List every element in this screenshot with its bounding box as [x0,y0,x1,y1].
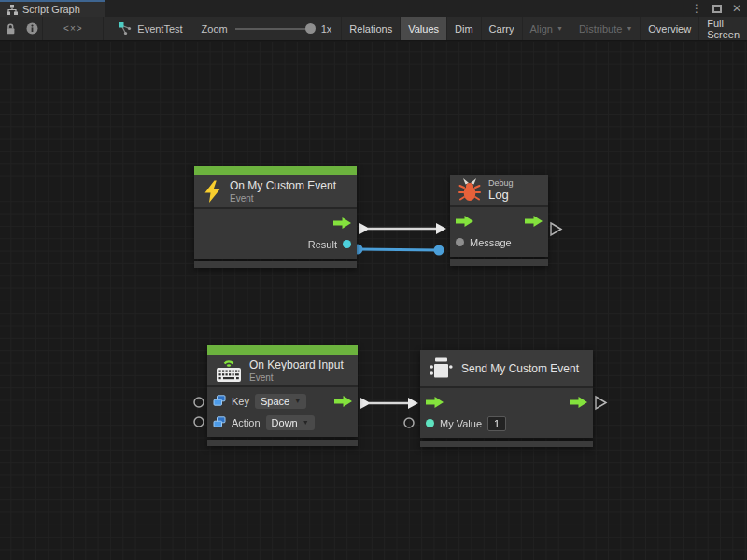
zoom-label: Zoom [202,23,228,35]
node-on-keyboard-input[interactable]: On Keyboard Input Event Key Space ▼ [207,345,358,446]
inspector-info-button[interactable] [21,17,43,40]
send-event-flow-output-port[interactable] [594,395,609,412]
enum-windows-icon [213,395,226,407]
graph-node-icon [119,22,132,35]
node-title: Send My Custom Event [461,362,579,375]
action-input-row: Action Down ▼ [207,412,358,433]
relations-button[interactable]: Relations [341,17,400,40]
chevron-down-icon: ▼ [557,25,563,32]
my-value-port-label: My Value [440,418,482,429]
message-input-row: Message [450,231,548,253]
info-icon [26,22,38,35]
message-input-port[interactable] [456,238,464,246]
overview-button[interactable]: Overview [640,17,698,40]
key-input-row: Key Space ▼ [207,390,358,412]
graph-selector[interactable]: EventTest [109,17,191,40]
values-button[interactable]: Values [400,17,446,40]
enum-windows-icon [213,416,226,428]
flow-row [450,210,548,231]
send-event-value-input-port[interactable] [402,416,416,429]
key-dropdown[interactable]: Space ▼ [255,394,306,409]
window-titlebar: Script Graph ⋮ ✕ [0,0,747,17]
my-value-input-port[interactable] [426,419,434,427]
node-footer [420,441,593,447]
node-category: Debug [488,178,514,188]
window-menu-kebab-icon[interactable]: ⋮ [691,0,702,17]
node-on-my-custom-event[interactable]: On My Custom Event Event Result [194,166,357,268]
node-title: On My Custom Event [230,179,336,192]
node-header: Debug Log [450,175,548,207]
key-port-label: Key [232,396,249,407]
action-port-label: Action [232,417,261,428]
node-title: Log [488,188,514,202]
node-footer [194,261,357,268]
result-port-label: Result [308,239,337,250]
flow-row [420,391,593,413]
toolbar-button-group: Relations Values Dim Carry Align ▼ Distr… [341,17,747,40]
full-screen-button[interactable]: Full Screen [698,17,747,40]
debug-log-flow-output-port[interactable] [549,221,564,238]
result-output-row: Result [194,233,357,255]
node-body: My Value 1 [420,388,593,438]
graph-toolbar: <×> EventTest Zoom 1x Relations Values [0,17,747,41]
unity-script-graph-window: Script Graph ⋮ ✕ <×> [0,0,747,560]
result-output-port[interactable] [343,240,351,248]
node-debug-log[interactable]: Debug Log Message [450,175,548,266]
node-body: Result [194,209,357,259]
graph-name-label: EventTest [137,23,182,35]
zoom-slider-thumb[interactable] [305,23,316,34]
carry-button[interactable]: Carry [481,17,522,40]
flow-output-arrow-icon[interactable] [525,216,543,227]
graph-hierarchy-icon [7,5,18,15]
code-icon: <×> [63,23,83,34]
tab-script-graph[interactable]: Script Graph [0,0,105,17]
zoom-value: 1x [321,23,332,35]
node-header: On Keyboard Input Event [207,355,358,387]
graph-canvas[interactable] [0,42,747,560]
window-close-icon[interactable]: ✕ [732,0,741,17]
tab-label: Script Graph [22,4,80,15]
flow-output-arrow-icon[interactable] [570,397,587,408]
code-view-button[interactable]: <×> [43,17,104,40]
bug-icon [458,178,481,202]
lock-button[interactable] [0,17,21,40]
node-footer [450,259,548,266]
unit-node-icon [429,356,454,381]
window-maximize-icon[interactable] [712,5,722,13]
flow-output-arrow-icon[interactable] [334,396,352,407]
distribute-dropdown-button[interactable]: Distribute ▼ [571,17,640,40]
flow-input-arrow-icon[interactable] [456,216,473,227]
my-value-field[interactable]: 1 [487,416,506,431]
zoom-slider[interactable] [235,28,314,30]
chevron-down-icon: ▼ [303,419,309,426]
node-subtitle: Event [249,372,344,383]
chevron-down-icon: ▼ [294,398,301,404]
zoom-control: Zoom 1x [192,17,342,40]
lightning-bolt-icon [203,180,222,203]
keyboard-action-input-port[interactable] [192,415,205,428]
flow-input-arrow-icon[interactable] [426,397,444,408]
chevron-down-icon: ▼ [626,25,632,32]
my-value-input-row: My Value 1 [420,413,593,434]
flow-output-arrow-icon[interactable] [333,217,351,229]
flow-output-row [194,212,357,233]
message-port-label: Message [470,237,512,248]
event-accent-bar [207,345,358,355]
node-send-my-custom-event[interactable]: Send My Custom Event My Value 1 [420,350,593,447]
node-header: Send My Custom Event [420,350,593,388]
window-controls: ⋮ ✕ [691,0,741,17]
node-title: On Keyboard Input [249,358,344,371]
node-subtitle: Event [230,193,336,203]
node-body: Message [450,207,548,257]
keyboard-key-input-port[interactable] [192,396,205,409]
lock-icon [5,22,16,35]
node-footer [207,440,358,446]
node-header: On My Custom Event Event [194,175,357,209]
keyboard-icon [216,357,242,383]
node-body: Key Space ▼ Action Down ▼ [207,387,358,437]
align-dropdown-button[interactable]: Align ▼ [522,17,571,40]
event-accent-bar [194,166,357,175]
dim-button[interactable]: Dim [446,17,481,40]
action-dropdown[interactable]: Down ▼ [266,415,315,430]
